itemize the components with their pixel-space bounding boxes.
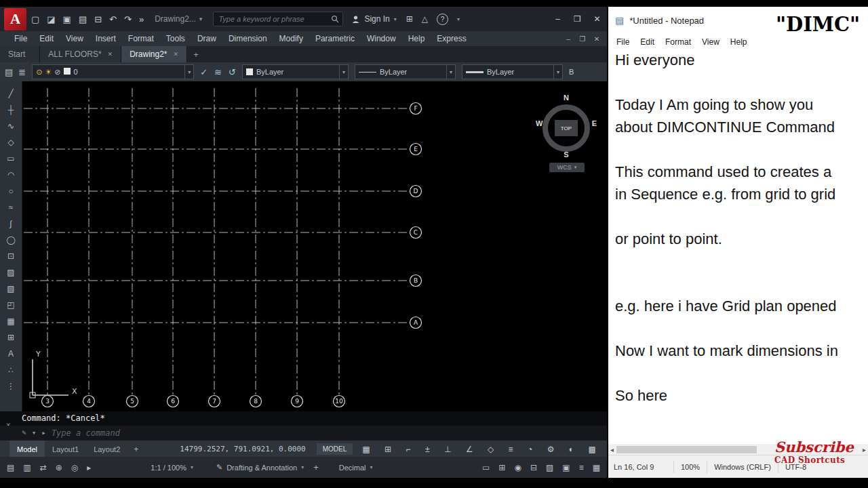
infer-constraints-icon[interactable]: ⌐ bbox=[406, 445, 411, 454]
help-icon[interactable]: ? bbox=[437, 14, 448, 25]
layer-dropdown[interactable]: ⊙ ☀ ⊘ 0 ▾ bbox=[32, 64, 194, 79]
scroll-left-icon[interactable]: ◂ bbox=[610, 446, 614, 453]
units-dropdown[interactable]: Decimal ▾ bbox=[339, 464, 373, 472]
quick-view-layouts-icon[interactable]: ▤ bbox=[7, 463, 14, 472]
menu-item[interactable]: Help bbox=[402, 34, 431, 43]
close-button[interactable]: ✕ bbox=[587, 9, 607, 28]
wcs-dropdown[interactable]: WCS ▾ bbox=[549, 163, 585, 172]
region-tool-icon[interactable]: ▦ bbox=[3, 314, 18, 328]
new-file-icon[interactable]: ▢ bbox=[31, 14, 39, 24]
search-input[interactable] bbox=[217, 14, 331, 24]
notepad-menu-item[interactable]: Edit bbox=[635, 37, 660, 47]
insert-block-tool-icon[interactable]: ⊡ bbox=[3, 249, 18, 263]
layer-properties-icon[interactable]: ▤ bbox=[5, 67, 13, 77]
line-tool-icon[interactable]: ╱ bbox=[3, 87, 18, 100]
fullscreen-icon[interactable]: ▣ bbox=[562, 463, 570, 472]
layer-dropdown-caret-icon[interactable]: ▾ bbox=[184, 65, 193, 79]
quick-properties-icon[interactable]: ⊞ bbox=[498, 463, 505, 472]
viewcube-north[interactable]: N bbox=[534, 94, 598, 102]
polyline-tool-icon[interactable]: ∿ bbox=[3, 119, 18, 133]
linetype-dropdown-caret-icon[interactable]: ▾ bbox=[446, 65, 455, 79]
menu-item[interactable]: Modify bbox=[273, 34, 309, 43]
layout-tab[interactable]: Layout1 bbox=[45, 441, 86, 458]
redo-icon[interactable]: ↷ bbox=[124, 14, 132, 24]
save-icon[interactable]: ▣ bbox=[63, 14, 71, 24]
menu-item[interactable]: Format bbox=[122, 34, 160, 43]
menu-item[interactable]: Dimension bbox=[222, 34, 273, 43]
viewcube-south[interactable]: S bbox=[534, 150, 598, 159]
grid-display-icon[interactable]: ▦ bbox=[362, 445, 370, 454]
table-tool-icon[interactable]: ⊞ bbox=[3, 331, 18, 344]
maximize-button[interactable]: ❒ bbox=[568, 9, 587, 28]
lineweight-dropdown[interactable]: ByLayer ▾ bbox=[462, 64, 563, 79]
tab-close-icon[interactable]: ✕ bbox=[108, 51, 113, 58]
layout-tab[interactable]: Layout2 bbox=[86, 441, 127, 458]
add-layout-button[interactable]: + bbox=[127, 445, 144, 454]
isolate-objects-icon[interactable]: ◐ bbox=[569, 445, 574, 454]
color-dropdown[interactable]: ByLayer ▾ bbox=[242, 64, 349, 79]
menu-item[interactable]: View bbox=[60, 34, 90, 43]
mdi-minimize-icon[interactable]: – bbox=[562, 35, 574, 43]
title-caret-icon[interactable]: ▾ bbox=[199, 16, 203, 22]
arc-tool-icon[interactable]: ◠ bbox=[3, 168, 18, 182]
menu-item[interactable]: Insert bbox=[90, 34, 122, 43]
notepad-menu-item[interactable]: View bbox=[696, 37, 725, 47]
lineweight-display-icon[interactable]: ≡ bbox=[509, 445, 513, 454]
grid-toggle-icon[interactable]: ▦ bbox=[593, 463, 600, 472]
construction-line-tool-icon[interactable]: ┼ bbox=[3, 103, 18, 117]
match-layer-icon[interactable]: ≋ bbox=[214, 67, 222, 77]
mdi-restore-icon[interactable]: ❒ bbox=[576, 35, 589, 43]
ellipse-tool-icon[interactable]: ◯ bbox=[3, 233, 18, 247]
show-motion-icon[interactable]: ▸ bbox=[87, 463, 91, 472]
circle-tool-icon[interactable]: ○ bbox=[3, 184, 18, 198]
lineweight-dropdown-caret-icon[interactable]: ▾ bbox=[553, 65, 562, 79]
linetype-dropdown[interactable]: ByLayer ▾ bbox=[355, 64, 456, 79]
xref-icon[interactable]: ▨ bbox=[546, 463, 553, 472]
notepad-menu-item[interactable]: File bbox=[611, 37, 635, 47]
customization-icon[interactable]: ▩ bbox=[589, 445, 596, 454]
ortho-mode-icon[interactable]: ⊥ bbox=[444, 445, 451, 454]
notepad-text-area[interactable]: Hi everyoneToday I Am going to show youa… bbox=[608, 49, 867, 427]
rectangle-tool-icon[interactable]: ▭ bbox=[3, 152, 18, 165]
search-icon[interactable] bbox=[331, 15, 339, 23]
gradient-tool-icon[interactable]: ▧ bbox=[3, 282, 18, 296]
command-tools-icon[interactable]: ✎ bbox=[22, 428, 26, 437]
open-file-icon[interactable]: ◪ bbox=[47, 14, 55, 24]
steering-wheel-icon[interactable]: ◎ bbox=[71, 463, 78, 472]
point-tool-icon[interactable]: ∴ bbox=[3, 363, 18, 377]
help-caret-icon[interactable]: ▾ bbox=[457, 16, 460, 22]
plot-status-icon[interactable]: ⊟ bbox=[530, 463, 537, 472]
file-tab[interactable]: Start bbox=[0, 46, 40, 62]
menu-item[interactable]: Parametric bbox=[309, 34, 361, 43]
menu-item[interactable]: File bbox=[8, 34, 33, 43]
divide-tool-icon[interactable]: ⋮ bbox=[3, 380, 18, 393]
app-store-icon[interactable]: ⊞ bbox=[406, 14, 413, 24]
autodesk-exchange-icon[interactable]: △ bbox=[422, 14, 428, 24]
viewcube-east[interactable]: E bbox=[592, 119, 597, 127]
snap-mode-icon[interactable]: ⊞ bbox=[384, 445, 391, 454]
menu-item[interactable]: Express bbox=[431, 34, 472, 43]
workspace-add-button[interactable]: + bbox=[313, 462, 319, 472]
autocad-logo[interactable]: A bbox=[4, 8, 26, 30]
undo-icon[interactable]: ↶ bbox=[109, 14, 117, 24]
hardware-acceleration-icon[interactable]: ◉ bbox=[514, 463, 521, 472]
polygon-tool-icon[interactable]: ◇ bbox=[3, 136, 18, 149]
sign-in-button[interactable]: Sign In ▾ bbox=[351, 14, 396, 24]
hatch-tool-icon[interactable]: ▨ bbox=[3, 266, 18, 279]
zoom-scale-dropdown[interactable]: 1:1 / 100% ▾ bbox=[151, 464, 193, 472]
polar-tracking-icon[interactable]: ∠ bbox=[466, 445, 473, 454]
workspace-switching-icon[interactable]: ⚙ bbox=[547, 445, 555, 454]
make-current-layer-icon[interactable]: ✓ bbox=[200, 67, 208, 77]
quick-view-drawings-icon[interactable]: ▥ bbox=[23, 463, 31, 472]
viewcube-top-face[interactable]: TOP bbox=[555, 120, 578, 136]
spline-tool-icon[interactable]: ∫ bbox=[3, 217, 18, 230]
qat-more-icon[interactable]: » bbox=[139, 14, 144, 24]
object-snap-icon[interactable]: ◇ bbox=[488, 445, 494, 454]
text-tool-icon[interactable]: A bbox=[3, 347, 18, 361]
color-dropdown-caret-icon[interactable]: ▾ bbox=[339, 65, 348, 79]
command-recent-caret-icon[interactable]: ▾ bbox=[32, 428, 37, 437]
notepad-menu-item[interactable]: Format bbox=[660, 37, 696, 47]
layer-manager-icon[interactable]: ≣ bbox=[18, 67, 26, 77]
tab-close-icon[interactable]: ✕ bbox=[174, 51, 179, 58]
viewcube[interactable]: N S W E TOP bbox=[534, 92, 598, 160]
